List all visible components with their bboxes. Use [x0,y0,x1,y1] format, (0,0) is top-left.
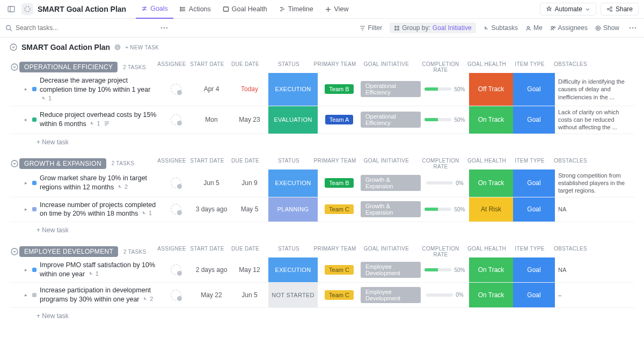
col-header[interactable]: OBSTACLES [551,246,626,257]
group-badge[interactable]: Operational Efficiency [19,62,118,72]
tab-actions[interactable]: Actions [174,0,216,19]
due-date-cell[interactable]: May 23 [231,106,268,134]
due-date-cell[interactable]: May 12 [231,257,268,282]
task-name[interactable]: Decrease the average project completion … [40,77,150,93]
col-header[interactable]: PRIMARY TEAM [313,246,356,257]
new-task-button[interactable]: + New task [10,222,634,234]
completion-cell[interactable]: 50% [421,106,469,134]
col-header[interactable]: COMPLETION RATE [416,158,465,170]
initiative-cell[interactable]: Growth & Expansion [361,197,421,222]
col-header[interactable]: STATUS [264,246,313,257]
col-header[interactable]: ASSIGNEE [156,246,188,257]
initiative-cell[interactable]: Operational Efficiency [361,106,421,134]
initiative-cell[interactable]: Employee Development [361,283,421,307]
obstacles-cell[interactable]: NA [555,197,630,222]
start-date-cell[interactable]: Mon [192,106,231,134]
sidebar-toggle-icon[interactable] [5,3,17,15]
filter-button[interactable]: Filter [360,24,382,32]
obstacles-cell[interactable]: NA [555,257,630,282]
col-header[interactable]: GOAL HEALTH [465,246,509,257]
chevron-circle-icon[interactable] [11,248,18,255]
expand-icon[interactable]: ▸ [25,207,29,212]
assignee-cell[interactable] [160,197,192,222]
info-icon[interactable]: i [114,44,121,50]
start-date-cell[interactable]: 3 days ago [192,197,231,222]
assignee-cell[interactable] [160,283,192,307]
chevron-circle-icon[interactable] [10,43,17,51]
expand-icon[interactable]: ▸ [25,180,29,186]
col-header[interactable]: DUE DATE [226,158,264,170]
team-cell[interactable]: Team C [318,257,361,282]
tab-goals[interactable]: Goals [136,0,173,19]
col-header[interactable]: ITEM TYPE [509,61,551,73]
tab-timeline[interactable]: Timeline [274,0,319,19]
col-header[interactable]: GOAL INITIATIVE [356,246,416,257]
due-date-cell[interactable]: May 5 [231,197,268,222]
group-by-button[interactable]: Group by: Goal Initiative [390,23,475,33]
expand-icon[interactable]: ▸ [25,117,29,122]
initiative-cell[interactable]: Operational Efficiency [361,73,421,106]
col-header[interactable]: OBSTACLES [551,158,626,170]
col-header[interactable]: ITEM TYPE [509,246,551,257]
search-more-icon[interactable] [158,22,170,34]
team-cell[interactable]: Team A [318,106,361,134]
task-name[interactable]: Increase number of projects completed on… [40,201,156,218]
col-header[interactable]: GOAL INITIATIVE [356,61,416,73]
health-cell[interactable]: Off Track [469,73,513,106]
task-row[interactable]: ▸ Increase number of projects completed … [10,197,634,223]
subtask-count[interactable]: 1 [89,270,99,277]
team-cell[interactable]: Team C [318,283,361,307]
subtask-count[interactable]: 1 [90,120,100,127]
due-date-cell[interactable]: Jun 9 [231,170,268,197]
subtask-count[interactable]: 2 [143,296,153,302]
col-header[interactable]: ITEM TYPE [509,158,551,170]
assignee-avatar[interactable] [171,204,181,215]
type-cell[interactable]: Goal [513,257,555,282]
health-cell[interactable]: At Risk [469,197,513,222]
col-header[interactable]: START DATE [188,158,226,170]
obstacles-cell[interactable]: Difficulty in identifying the causes of … [555,73,630,106]
col-header[interactable]: STATUS [264,158,313,170]
col-header[interactable]: OBSTACLES [551,61,626,73]
start-date-cell[interactable]: 2 days ago [192,257,231,282]
health-cell[interactable]: On Track [469,257,513,282]
start-date-cell[interactable]: Apr 4 [192,73,231,106]
completion-cell[interactable]: 50% [421,257,469,282]
assignee-cell[interactable] [160,106,192,134]
initiative-cell[interactable]: Growth & Expansion [361,170,421,197]
col-header[interactable]: COMPLETION RATE [416,61,465,73]
assignee-avatar[interactable] [171,264,181,275]
team-cell[interactable]: Team C [318,197,361,222]
expand-icon[interactable]: ▸ [25,292,29,298]
search-input[interactable] [16,24,123,32]
start-date-cell[interactable]: May 22 [192,283,231,307]
start-date-cell[interactable]: Jun 5 [192,170,231,197]
tab-view[interactable]: View [320,0,354,19]
status-cell[interactable]: EXECUTION [268,170,318,197]
initiative-cell[interactable]: Employee Development [361,257,421,282]
chevron-circle-icon[interactable] [11,160,18,167]
assignee-avatar[interactable] [171,178,181,188]
status-cell[interactable]: NOT STARTED [268,283,318,307]
assignee-avatar[interactable] [171,290,181,300]
task-row[interactable]: ▸ Grow market share by 10% in target reg… [10,170,634,197]
subtask-count[interactable]: 2 [118,183,128,190]
new-task-button[interactable]: + New task [10,308,634,320]
health-cell[interactable]: On Track [469,106,513,134]
more-icon[interactable] [627,22,639,34]
completion-cell[interactable]: 50% [421,197,469,222]
show-button[interactable]: Show [595,24,619,32]
tab-goal-health[interactable]: Goal Health [217,0,273,19]
expand-icon[interactable]: ▸ [25,86,29,92]
subtask-count[interactable]: 1 [142,210,152,216]
team-cell[interactable]: Team B [318,73,361,106]
due-date-cell[interactable]: Jun 5 [231,283,268,307]
col-header[interactable]: GOAL HEALTH [465,61,509,73]
subtask-count[interactable]: 1 [42,95,52,101]
task-row[interactable]: ▸ Reduce project overhead costs by 15% w… [10,106,634,134]
col-header[interactable]: PRIMARY TEAM [313,158,356,170]
status-cell[interactable]: EVALUATION [268,106,318,134]
type-cell[interactable]: Goal [513,197,555,222]
new-task-button[interactable]: + NEW TASK [125,45,159,50]
type-cell[interactable]: Goal [513,73,555,106]
